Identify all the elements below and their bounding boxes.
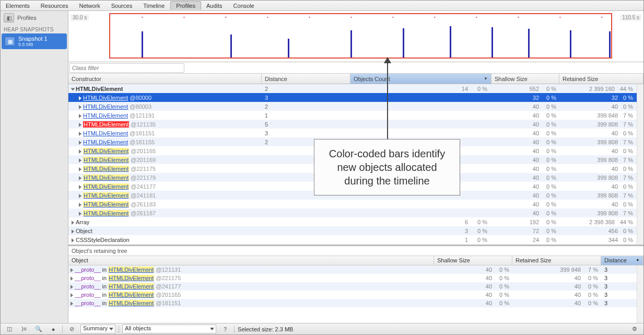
disclosure-triangle-icon[interactable] (72, 238, 74, 242)
disclosure-triangle-icon[interactable] (79, 114, 81, 118)
ret-col-distance[interactable]: Distance ▲ (601, 256, 643, 265)
table-row[interactable]: CSSStyleDeclaration10 %240 %3440 % (68, 235, 643, 244)
record-icon[interactable]: ● (48, 325, 59, 334)
retainer-link[interactable]: HTMLDivElement (108, 267, 154, 273)
settings-gear-icon[interactable]: ⚙ (629, 325, 640, 334)
table-row[interactable]: HTMLDivElement @1811513400 %400 % (68, 129, 643, 137)
constructor-link[interactable]: HTMLDivElement (83, 148, 129, 154)
constructor-link[interactable]: HTMLDivElement (83, 166, 129, 172)
disclosure-triangle-icon[interactable] (71, 268, 73, 272)
table-row[interactable]: HTMLDivElement @800003320 %320 % (68, 93, 643, 102)
retaining-row[interactable]: __proto__ in HTMLDivElement @241177400 %… (68, 282, 643, 291)
table-row[interactable]: HTMLDivElement @261187400 %399 8087 % (68, 209, 643, 217)
table-row[interactable]: MouseEvent510 %320 %1840 % (68, 244, 643, 245)
col-distance[interactable]: Distance (262, 74, 350, 84)
retainer-link[interactable]: HTMLDivElement (108, 275, 154, 281)
retaining-tree-panel: Object's retaining tree Object Shallow S… (68, 245, 643, 323)
constructor-link[interactable]: HTMLDivElement (83, 201, 129, 207)
constructor-link[interactable]: HTMLDivElement (83, 192, 129, 199)
table-row[interactable]: HTMLDivElement @1211355400 %399 8087 % (68, 120, 643, 129)
view-select[interactable]: Summary (80, 325, 115, 333)
table-row[interactable]: HTMLDivElement @1211911400 %399 8487 % (68, 111, 643, 120)
snapshot-item[interactable]: ▦ Snapshot 1 5.5 MB (2, 33, 67, 49)
constructor-link[interactable]: HTMLDivElement (83, 139, 128, 145)
tab-timeline[interactable]: Timeline (138, 2, 170, 10)
disclosure-triangle-icon[interactable] (79, 185, 81, 189)
disclosure-triangle-icon[interactable] (71, 88, 75, 90)
help-icon[interactable]: ? (219, 325, 231, 334)
tab-audits[interactable]: Audits (201, 2, 228, 10)
disclosure-triangle-icon[interactable] (71, 302, 73, 306)
ret-col-retained[interactable]: Retained Size (512, 256, 601, 265)
col-objects-count[interactable]: Objects Count ▼ (350, 74, 491, 84)
disclosure-triangle-icon[interactable] (79, 167, 81, 171)
constructor-link[interactable]: HTMLDivElement (83, 157, 129, 163)
cell-retained-size: 3440 % (559, 237, 643, 243)
dock-icon[interactable]: ◫ (4, 325, 15, 334)
disclosure-triangle-icon[interactable] (72, 229, 74, 234)
scope-select[interactable]: All objects (122, 325, 216, 333)
col-retained-size[interactable]: Retained Size (559, 74, 643, 84)
col-constructor[interactable]: Constructor (68, 74, 262, 84)
disclosure-triangle-icon[interactable] (79, 203, 81, 207)
retaining-row[interactable]: __proto__ in HTMLDivElement @121131400 %… (68, 265, 643, 274)
tab-network[interactable]: Network (74, 2, 106, 10)
retaining-row[interactable]: __proto__ in HTMLDivElement @221175400 %… (68, 274, 643, 282)
constructor-link[interactable]: HTMLDivElement (83, 175, 129, 181)
timeline-tick: • (142, 15, 143, 19)
constructor-link[interactable]: HTMLDivElement (83, 95, 128, 101)
col-shallow-size[interactable]: Shallow Size (491, 74, 559, 84)
scrollbar[interactable] (637, 265, 643, 323)
constructor-link[interactable]: HTMLDivElement (83, 183, 129, 190)
ret-col-shallow[interactable]: Shallow Size (434, 256, 512, 265)
retaining-row[interactable]: __proto__ in HTMLDivElement @181151400 %… (68, 299, 643, 307)
disclosure-triangle-icon[interactable] (79, 123, 81, 127)
disclosure-triangle-icon[interactable] (72, 221, 74, 225)
tab-resources[interactable]: Resources (36, 2, 74, 10)
retaining-tree-body[interactable]: __proto__ in HTMLDivElement @121131400 %… (68, 265, 643, 323)
table-row[interactable]: Object30 %720 %4560 % (68, 226, 643, 235)
constructor-link[interactable]: HTMLDivElement (83, 103, 128, 110)
cell-shallow-size: 400 % (491, 148, 559, 154)
tab-elements[interactable]: Elements (1, 2, 36, 10)
cell-shallow-size: 400 % (491, 139, 559, 145)
console-toggle-icon[interactable]: ⟩≡ (18, 325, 30, 334)
disclosure-triangle-icon[interactable] (71, 276, 73, 281)
disclosure-triangle-icon[interactable] (79, 149, 81, 154)
disclosure-triangle-icon[interactable] (71, 285, 73, 289)
retainer-link[interactable]: HTMLDivElement (108, 292, 154, 298)
table-row[interactable]: HTMLDivElement2140 %5520 %2 399 16044 % (68, 84, 643, 93)
disclosure-triangle-icon[interactable] (79, 132, 81, 136)
cell-shallow-size: 400 % (491, 175, 559, 181)
search-icon[interactable]: 🔍 (33, 325, 44, 334)
constructor-link[interactable]: HTMLDivElement (83, 112, 128, 119)
class-filter-input[interactable] (69, 63, 184, 73)
table-row[interactable]: Array60 %1920 %2 398 36844 % (68, 217, 643, 226)
cell-distance: 2 (262, 103, 350, 110)
disclosure-triangle-icon[interactable] (79, 141, 81, 145)
disclosure-triangle-icon[interactable] (79, 96, 81, 100)
disclosure-triangle-icon[interactable] (79, 158, 81, 163)
retainer-link[interactable]: HTMLDivElement (108, 300, 154, 306)
disclosure-triangle-icon[interactable] (79, 105, 81, 109)
tab-console[interactable]: Console (228, 2, 260, 10)
object-id: @121135 (129, 121, 156, 128)
constructor-link[interactable]: HTMLDivElement (83, 210, 129, 216)
table-row[interactable]: HTMLDivElement @261183400 %400 % (68, 200, 643, 209)
disclosure-triangle-icon[interactable] (79, 194, 81, 198)
clear-icon[interactable]: ⊘ (66, 325, 77, 334)
disclosure-triangle-icon[interactable] (71, 293, 73, 297)
allocation-timeline[interactable]: 30.0 s 110.5 s •••••••••••• (68, 11, 643, 62)
constructor-link[interactable]: HTMLDivElement (83, 130, 128, 136)
tab-profiles[interactable]: Profiles (170, 1, 201, 10)
timeline-tick: • (392, 15, 394, 19)
retainer-link[interactable]: HTMLDivElement (108, 283, 154, 290)
table-row[interactable]: HTMLDivElement @800032400 %400 % (68, 102, 643, 111)
disclosure-triangle-icon[interactable] (79, 176, 81, 180)
retaining-row[interactable]: __proto__ in HTMLDivElement @201165400 %… (68, 291, 643, 299)
tab-sources[interactable]: Sources (106, 2, 138, 10)
disclosure-triangle-icon[interactable] (79, 212, 81, 216)
ret-col-object[interactable]: Object (68, 256, 434, 265)
constructor-link[interactable]: HTMLDivElement (83, 121, 129, 128)
scrollbar[interactable] (637, 84, 643, 245)
